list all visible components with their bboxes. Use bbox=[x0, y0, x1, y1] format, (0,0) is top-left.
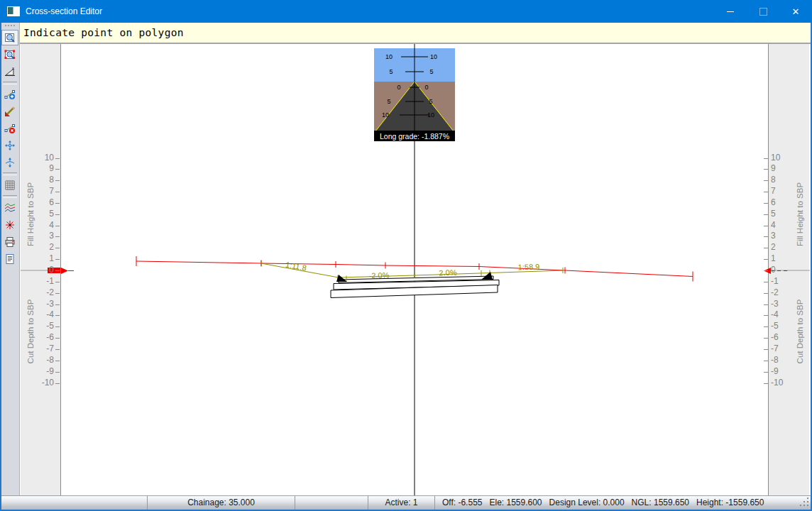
inset-scale-label: 5 bbox=[429, 98, 432, 105]
delete-point-button[interactable] bbox=[1, 121, 18, 136]
axis-tick bbox=[764, 315, 768, 316]
slope-measure-icon: x bbox=[4, 66, 16, 77]
inset-scale-label: 0 bbox=[424, 84, 428, 91]
axis-tick-label: -2 bbox=[20, 287, 54, 297]
axis-tick-label: -5 bbox=[20, 321, 54, 331]
axis-tick-label: 8 bbox=[771, 175, 799, 185]
axis-tick bbox=[764, 226, 768, 226]
axis-tick-label: 2 bbox=[20, 242, 54, 252]
slope-annotation: -2.0% bbox=[368, 271, 389, 280]
inset-scale-label: 5 bbox=[387, 98, 390, 105]
maximize-button[interactable] bbox=[747, 0, 779, 23]
axis-tick bbox=[764, 169, 768, 170]
slope-measure-button[interactable]: x bbox=[1, 64, 18, 79]
axis-tick-label: 0 bbox=[20, 265, 54, 275]
axis-tick bbox=[55, 315, 60, 316]
app-icon bbox=[7, 6, 20, 16]
zoom-window-icon bbox=[4, 32, 16, 43]
axis-tick-label: -3 bbox=[20, 299, 54, 309]
axis-tick bbox=[55, 270, 60, 271]
axis-tick-label: 6 bbox=[20, 197, 54, 207]
axis-tick bbox=[55, 383, 60, 384]
axis-tick-label: -2 bbox=[771, 287, 799, 297]
prompt-text: Indicate point on polygon bbox=[23, 27, 184, 38]
axis-tick-label: -7 bbox=[20, 344, 54, 353]
minimize-button[interactable] bbox=[714, 0, 747, 23]
axis-tick bbox=[55, 192, 60, 192]
axis-tick bbox=[764, 203, 768, 204]
axis-tick-label: 1 bbox=[771, 253, 799, 263]
inset-scale-label: 10 bbox=[382, 111, 389, 119]
axis-tick-label: 1 bbox=[20, 253, 54, 263]
report-button[interactable] bbox=[1, 251, 18, 267]
axis-tick-label: 0 bbox=[771, 265, 799, 275]
axis-tick bbox=[764, 236, 768, 237]
axis-tick bbox=[764, 338, 768, 339]
slope-annotation: 2.0% bbox=[439, 268, 456, 278]
move-point-button[interactable] bbox=[1, 138, 18, 153]
add-point-icon bbox=[4, 89, 16, 100]
axis-tick-label: 10 bbox=[20, 153, 54, 163]
snap-point-icon bbox=[4, 219, 16, 231]
edit-point-icon bbox=[4, 106, 16, 117]
axis-tick-label: -8 bbox=[771, 355, 799, 365]
status-bar: Chainage: 35.000 Active: 1 Off: -6.555 E… bbox=[0, 495, 812, 510]
axis-tick bbox=[55, 326, 60, 327]
close-icon: ✕ bbox=[792, 6, 800, 17]
axis-tick-label: 7 bbox=[20, 186, 54, 196]
print-button[interactable] bbox=[1, 234, 18, 250]
tool-palette: x bbox=[0, 23, 20, 495]
axis-tick-label: 10 bbox=[771, 153, 799, 163]
toolbar-separator bbox=[3, 172, 17, 175]
axis-tick bbox=[55, 169, 60, 170]
maximize-icon bbox=[759, 8, 767, 16]
axis-tick bbox=[764, 304, 768, 305]
minimize-icon bbox=[727, 11, 734, 12]
toolbar-separator bbox=[3, 82, 17, 84]
axis-tick-label: -10 bbox=[771, 378, 799, 388]
delete-point-icon bbox=[4, 123, 16, 134]
snap-point-button[interactable] bbox=[1, 217, 18, 233]
axis-tick bbox=[55, 180, 60, 181]
axis-tick bbox=[55, 259, 60, 260]
window-border-left bbox=[0, 23, 1, 511]
axis-tick bbox=[55, 226, 60, 226]
prompt-bar: Indicate point on polygon bbox=[20, 23, 811, 43]
axis-tick bbox=[764, 293, 768, 294]
toolbar-grip[interactable] bbox=[0, 25, 19, 30]
axis-tick bbox=[764, 270, 768, 271]
axis-tick-label: 5 bbox=[771, 209, 799, 219]
axis-tick bbox=[764, 259, 768, 260]
axis-tick-label: -1 bbox=[771, 276, 799, 286]
title-bar: Cross-section Editor ✕ bbox=[0, 0, 812, 23]
inset-scale-label: 10 bbox=[427, 111, 434, 119]
inset-scale-label: 0 bbox=[397, 84, 400, 91]
axis-tick-label: 4 bbox=[20, 220, 54, 230]
balance-levels-button[interactable] bbox=[1, 155, 18, 170]
drawing-canvas[interactable]: Fill Height to SBP Cut Depth to SBP Fill… bbox=[20, 44, 811, 495]
axis-tick-label: 4 bbox=[771, 220, 799, 230]
axis-tick bbox=[55, 304, 60, 305]
axis-tick-label: -1 bbox=[20, 276, 54, 286]
grid-toggle-button[interactable] bbox=[1, 177, 18, 193]
design-strings-button[interactable] bbox=[1, 200, 18, 216]
balance-levels-icon bbox=[4, 157, 16, 168]
zoom-window-button[interactable] bbox=[1, 30, 18, 45]
design-strings-icon bbox=[4, 202, 16, 214]
axis-tick bbox=[764, 214, 768, 215]
inset-scale-label: 5 bbox=[389, 68, 393, 75]
inset-scale-label: 10 bbox=[430, 53, 437, 60]
axis-tick-label: -10 bbox=[20, 378, 54, 388]
axis-tick bbox=[55, 361, 60, 361]
axis-tick-label: -9 bbox=[771, 366, 799, 376]
axis-tick-label: 8 bbox=[20, 175, 54, 185]
edit-point-button[interactable] bbox=[1, 104, 18, 119]
axis-tick bbox=[55, 214, 60, 215]
toolbar-separator bbox=[3, 195, 17, 198]
add-point-button[interactable] bbox=[1, 87, 18, 102]
close-button[interactable]: ✕ bbox=[779, 0, 812, 23]
axis-tick bbox=[55, 293, 60, 294]
zoom-objects-button[interactable] bbox=[1, 47, 18, 62]
resize-grip[interactable] bbox=[800, 498, 811, 509]
report-icon bbox=[4, 253, 16, 265]
